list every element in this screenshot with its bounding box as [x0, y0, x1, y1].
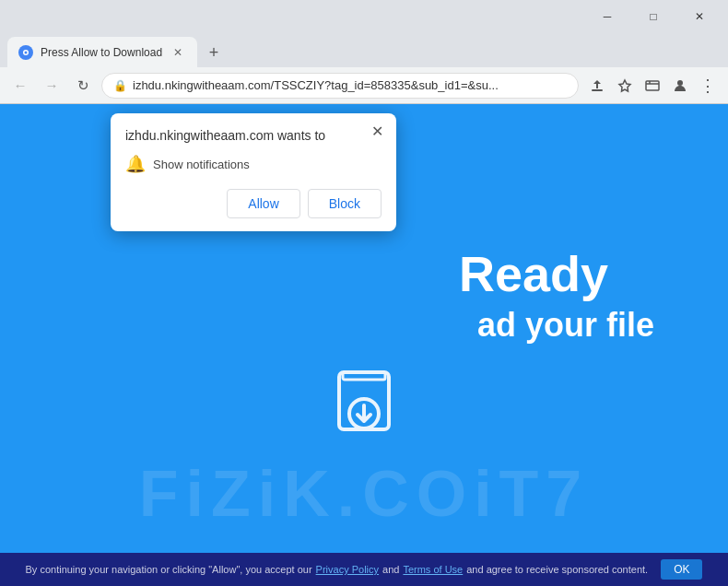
- menu-icon[interactable]: ⋮: [695, 73, 721, 99]
- close-button[interactable]: ✕: [678, 3, 721, 30]
- page-heading: Ready: [459, 245, 608, 302]
- bottom-bar: By continuing your navigation or clickin…: [0, 553, 728, 586]
- tab-bar: Press Allow to Download ✕ +: [0, 32, 728, 67]
- allow-button[interactable]: Allow: [227, 189, 299, 218]
- notification-label: Show notifications: [153, 158, 250, 171]
- popup-title: izhdu.nkingwitheaam.com wants to: [125, 128, 382, 143]
- new-tab-button[interactable]: +: [201, 40, 227, 65]
- bottom-text-middle: and: [382, 564, 399, 575]
- lock-icon: 🔒: [113, 79, 127, 92]
- tab-close-button[interactable]: ✕: [170, 44, 186, 61]
- bell-icon: 🔔: [125, 154, 146, 174]
- download-icon: [323, 363, 405, 446]
- browser-content: Ready ad your file FiZiK.COiT7 izhdu.nki…: [0, 104, 728, 586]
- title-bar: ─ □ ✕: [0, 0, 728, 32]
- terms-link[interactable]: Terms of Use: [403, 564, 463, 575]
- profile-icon[interactable]: [667, 73, 693, 99]
- bottom-text-after: and agree to receive sponsored content.: [466, 564, 648, 575]
- ok-button[interactable]: OK: [661, 559, 702, 580]
- privacy-policy-link[interactable]: Privacy Policy: [316, 564, 379, 575]
- title-bar-controls: ─ □ ✕: [586, 3, 721, 30]
- svg-rect-5: [646, 81, 659, 90]
- toolbar-icons: ⋮: [584, 73, 721, 99]
- svg-rect-3: [592, 89, 603, 91]
- forward-button[interactable]: →: [39, 73, 65, 99]
- address-input[interactable]: 🔒 izhdu.nkingwitheaam.com/TSSCZIY?tag_id…: [101, 73, 579, 99]
- popup-buttons: Allow Block: [125, 189, 382, 218]
- tab-favicon: [18, 45, 33, 60]
- block-button[interactable]: Block: [308, 189, 382, 218]
- notification-popup: izhdu.nkingwitheaam.com wants to ✕ 🔔 Sho…: [111, 113, 396, 231]
- svg-point-8: [677, 80, 683, 86]
- reload-button[interactable]: ↻: [70, 73, 96, 99]
- back-button[interactable]: ←: [7, 73, 33, 99]
- url-text: izhdu.nkingwitheaam.com/TSSCZIY?tag_id=8…: [133, 78, 567, 92]
- svg-point-2: [25, 51, 28, 53]
- svg-marker-4: [619, 80, 630, 91]
- maximize-button[interactable]: □: [632, 3, 675, 30]
- watermark: FiZiK.COiT7: [0, 457, 728, 531]
- svg-rect-10: [343, 372, 385, 380]
- popup-notification-row: 🔔 Show notifications: [125, 154, 382, 174]
- bookmark-icon[interactable]: [612, 73, 638, 99]
- tab-title: Press Allow to Download: [41, 46, 162, 59]
- page-subheading: ad your file: [477, 306, 654, 345]
- minimize-button[interactable]: ─: [586, 3, 628, 30]
- address-bar: ← → ↻ 🔒 izhdu.nkingwitheaam.com/TSSCZIY?…: [0, 67, 728, 104]
- active-tab[interactable]: Press Allow to Download ✕: [7, 37, 197, 67]
- popup-close-button[interactable]: ✕: [367, 121, 387, 141]
- share-icon[interactable]: [584, 73, 610, 99]
- bottom-text-before: By continuing your navigation or clickin…: [26, 564, 312, 575]
- tab-search-icon[interactable]: [640, 73, 665, 99]
